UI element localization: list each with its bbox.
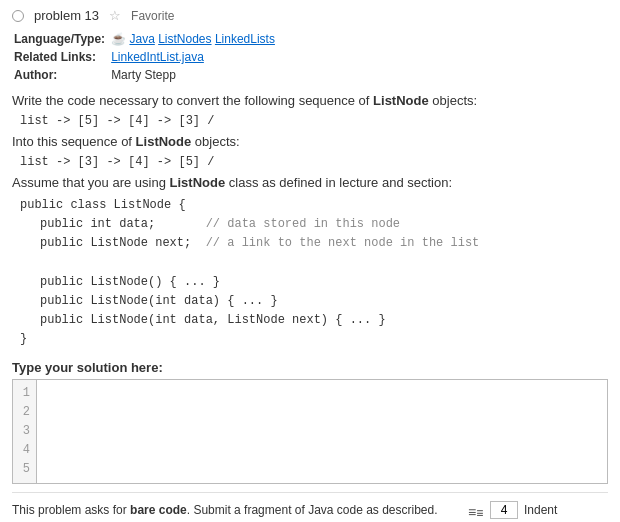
related-value: LinkedIntList.java [111,49,279,65]
radio-icon[interactable] [12,10,24,22]
indent-lines-icon: ≡ [468,504,484,516]
solution-label: Type your solution here: [12,360,608,375]
description3: Assume that you are using ListNode class… [12,175,608,190]
code-line-2: public int data; // data stored in this … [40,215,608,234]
problem-header: problem 13 ☆ Favorite [12,8,608,23]
language-value: ☕ Java ListNodes LinkedLists [111,31,279,47]
favorite-link[interactable]: Favorite [131,9,174,23]
line-num-1: 1 [19,384,30,403]
class-code-block: public class ListNode { public int data;… [20,196,608,350]
listnode-ref1: ListNode [373,93,429,108]
code-line-6: public ListNode(int data, ListNode next)… [40,311,608,330]
description1: Write the code necessary to convert the … [12,93,608,108]
line-num-3: 3 [19,422,30,441]
code-before: list -> [5] -> [4] -> [3] / [20,114,608,128]
linkedintlist-link[interactable]: LinkedIntList.java [111,50,204,64]
bare-code-text: bare code [130,503,187,517]
code-line-blank [20,254,608,273]
language-java-link[interactable]: Java [129,32,154,46]
language-label: Language/Type: [14,31,109,47]
bottom-description: This problem asks for bare code. Submit … [12,501,456,522]
bottom-bar: This problem asks for bare code. Submit … [12,492,608,522]
code-line-4: public ListNode() { ... } [40,273,608,292]
line-num-2: 2 [19,403,30,422]
solution-textarea[interactable] [37,380,607,470]
description2: Into this sequence of ListNode objects: [12,134,608,149]
indent-row: ≡ Indent [468,501,557,519]
star-icon: ☆ [109,8,121,23]
author-value: Marty Stepp [111,67,279,83]
code-after: list -> [3] -> [4] -> [5] / [20,155,608,169]
indent-input[interactable] [490,501,518,519]
listnodes-link[interactable]: ListNodes [158,32,211,46]
code-line-3: public ListNode next; // a link to the n… [40,234,608,253]
meta-table: Language/Type: ☕ Java ListNodes LinkedLi… [12,29,281,85]
listnode-ref3: ListNode [170,175,226,190]
line-numbers: 1 2 3 4 5 [13,380,37,484]
bottom-right: ≡ Indent Sound F/X Highlighting [468,501,608,522]
line-num-5: 5 [19,460,30,479]
solution-area: 1 2 3 4 5 [12,379,608,485]
code-line-5: public ListNode(int data) { ... } [40,292,608,311]
linkedlists-link[interactable]: LinkedLists [215,32,275,46]
code-line-7: } [20,330,608,349]
listnode-ref2: ListNode [136,134,192,149]
author-label: Author: [14,67,109,83]
problem-title: problem 13 [34,8,99,23]
related-label: Related Links: [14,49,109,65]
code-line-1: public class ListNode { [20,196,608,215]
line-num-4: 4 [19,441,30,460]
java-icon: ☕ [111,32,126,46]
indent-label: Indent [524,503,557,517]
page-container: problem 13 ☆ Favorite Language/Type: ☕ J… [0,0,620,522]
